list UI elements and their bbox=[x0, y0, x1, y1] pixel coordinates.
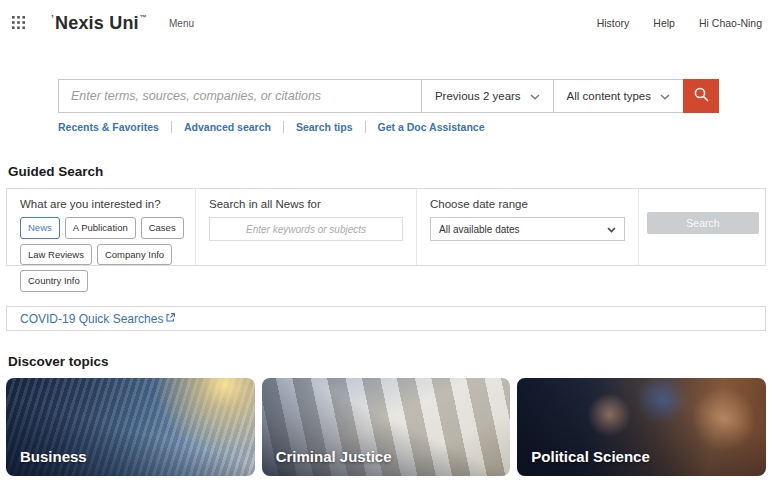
logo-text: Nexis Uni bbox=[55, 13, 139, 34]
search-bar: Previous 2 years All content types bbox=[58, 79, 719, 113]
guided-search-button[interactable]: Search bbox=[647, 212, 759, 234]
divider bbox=[283, 121, 284, 133]
chip-country-info[interactable]: Country Info bbox=[20, 270, 88, 292]
nav-user-greeting[interactable]: Hi Chao-Ning bbox=[699, 17, 762, 29]
keywords-column: Search in all News for bbox=[195, 189, 416, 265]
chip-cases[interactable]: Cases bbox=[141, 217, 184, 239]
chip-company-info[interactable]: Company Info bbox=[97, 244, 172, 266]
logo-trademark: ™ bbox=[140, 14, 147, 21]
nav-help[interactable]: Help bbox=[653, 17, 675, 29]
date-filter-dropdown[interactable]: Previous 2 years bbox=[421, 80, 553, 112]
divider bbox=[365, 121, 366, 133]
interest-column: What are you interested in? News A Publi… bbox=[7, 189, 195, 265]
chip-a-publication[interactable]: A Publication bbox=[65, 217, 136, 239]
date-range-label: Choose date range bbox=[430, 198, 625, 210]
external-link-icon bbox=[165, 312, 176, 326]
logo-flame-mark: ʼ bbox=[51, 14, 54, 25]
main-search-section: Previous 2 years All content types Recen… bbox=[58, 79, 719, 133]
covid-link-text: COVID-19 Quick Searches bbox=[20, 312, 163, 326]
magnifier-icon bbox=[693, 86, 710, 106]
search-submit-button[interactable] bbox=[683, 79, 719, 113]
guided-search-action-column: Search bbox=[638, 189, 765, 265]
discover-topics-title: Discover topics bbox=[8, 354, 772, 369]
top-header: ʼ Nexis Uni ™ Menu History Help Hi Chao-… bbox=[0, 0, 772, 46]
keywords-input[interactable] bbox=[209, 217, 403, 241]
guided-search-panel: What are you interested in? News A Publi… bbox=[6, 188, 766, 266]
topic-card-business[interactable]: Business bbox=[6, 378, 255, 476]
search-input[interactable] bbox=[59, 80, 421, 112]
date-range-select[interactable]: All available dates bbox=[430, 217, 625, 241]
date-range-selected-value: All available dates bbox=[439, 224, 520, 235]
nexis-uni-logo[interactable]: ʼ Nexis Uni ™ bbox=[51, 13, 147, 34]
date-filter-value: Previous 2 years bbox=[435, 90, 521, 102]
link-doc-assistance[interactable]: Get a Doc Assistance bbox=[378, 121, 485, 133]
topic-card-label: Business bbox=[20, 448, 87, 465]
link-search-tips[interactable]: Search tips bbox=[296, 121, 353, 133]
link-advanced-search[interactable]: Advanced search bbox=[184, 121, 271, 133]
keywords-label: Search in all News for bbox=[209, 198, 403, 210]
topic-card-label: Political Science bbox=[531, 448, 649, 465]
chevron-down-icon bbox=[660, 90, 670, 102]
nav-history[interactable]: History bbox=[597, 17, 630, 29]
chevron-down-icon bbox=[530, 90, 540, 102]
interest-options: News A Publication Cases Law Reviews Com… bbox=[20, 217, 189, 297]
link-recents-favorites[interactable]: Recents & Favorites bbox=[58, 121, 159, 133]
guided-search-title: Guided Search bbox=[8, 164, 772, 179]
covid-quick-search-bar: COVID-19 Quick Searches bbox=[6, 306, 766, 331]
chevron-down-icon bbox=[607, 224, 616, 235]
covid-quick-searches-link[interactable]: COVID-19 Quick Searches bbox=[20, 312, 176, 326]
content-type-filter-dropdown[interactable]: All content types bbox=[553, 80, 683, 112]
interest-label: What are you interested in? bbox=[20, 198, 189, 210]
topic-card-political-science[interactable]: Political Science bbox=[517, 378, 766, 476]
chip-news[interactable]: News bbox=[20, 217, 60, 239]
top-nav: History Help Hi Chao-Ning bbox=[597, 17, 762, 29]
date-range-column: Choose date range All available dates bbox=[416, 189, 638, 265]
content-type-filter-value: All content types bbox=[567, 90, 651, 102]
apps-grid-icon[interactable] bbox=[12, 16, 26, 30]
chip-law-reviews[interactable]: Law Reviews bbox=[20, 244, 92, 266]
topic-cards: Business Criminal Justice Political Scie… bbox=[6, 378, 766, 476]
menu-button[interactable]: Menu bbox=[169, 18, 194, 29]
topic-card-label: Criminal Justice bbox=[276, 448, 392, 465]
search-quick-links: Recents & Favorites Advanced search Sear… bbox=[58, 121, 719, 133]
divider bbox=[171, 121, 172, 133]
topic-card-criminal-justice[interactable]: Criminal Justice bbox=[262, 378, 511, 476]
